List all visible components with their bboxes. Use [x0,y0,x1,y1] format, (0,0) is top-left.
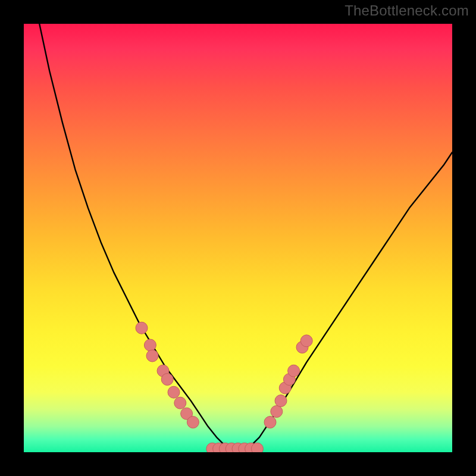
data-marker [288,365,300,377]
data-marker [161,374,173,386]
data-marker [146,350,158,362]
data-marker [275,395,287,407]
data-markers [136,322,312,452]
data-marker [187,416,199,428]
data-marker [300,335,312,347]
data-marker [144,339,156,351]
data-marker [136,322,148,334]
data-marker [174,397,186,409]
data-marker [271,406,283,418]
chart-svg [24,24,452,452]
data-marker [264,416,276,428]
chart-frame: TheBottleneck.com [0,0,476,476]
data-marker [168,386,180,398]
data-marker [251,443,263,452]
bottleneck-curve [24,24,452,450]
plot-area [24,24,452,452]
watermark-text: TheBottleneck.com [345,2,469,19]
